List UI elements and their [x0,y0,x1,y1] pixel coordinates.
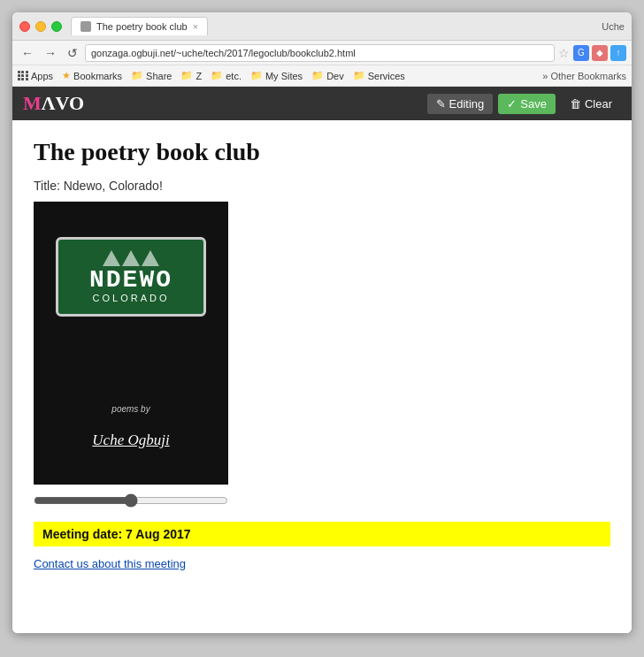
bookmark-item-bookmarks[interactable]: ★ Bookmarks [62,70,122,81]
book-cover: NDEWO COLORADO poems by Uche Ogbuji [34,202,228,485]
license-plate: NDEWO COLORADO [56,237,206,317]
poems-by-label: poems by [111,404,150,414]
other-bookmarks-button[interactable]: » Other Bookmarks [542,71,626,81]
user-label: Uche [602,21,625,32]
title-bar: The poetry book club × Uche [12,12,632,41]
contact-link[interactable]: Contact us about this meeting [34,557,186,570]
browser-window: The poetry book club × Uche ← → ↺ ☆ G ◆ … [12,12,632,633]
maximize-traffic-light[interactable] [51,21,62,32]
other-bookmarks-label: » Other Bookmarks [542,71,626,81]
mountain-2 [122,250,140,266]
tab-title: The poetry book club [96,21,188,32]
editing-button[interactable]: ✎ Editing [427,94,494,114]
tab-close-button[interactable]: × [193,21,198,32]
bookmark-item-share[interactable]: 📁 Share [131,70,172,81]
bookmark-item-z[interactable]: 📁 Z [180,70,202,81]
bookmarks-bar: Apps ★ Bookmarks 📁 Share 📁 Z 📁 etc. 📁 My… [12,65,632,87]
forward-button[interactable]: → [41,44,60,62]
plate-mountains [103,250,159,266]
tab-area: The poetry book club × [71,17,602,35]
folder-icon-etc: 📁 [211,70,223,81]
tab-favicon [80,21,91,32]
mountain-3 [142,250,159,266]
mavo-toolbar: MΛVO ✎ Editing ✓ Save 🗑 Clear [12,87,632,120]
folder-icon-mysites: 📁 [250,70,263,81]
bookmark-label-share: Share [146,71,172,81]
plate-ndewo-text: NDEWO [89,268,172,293]
trash-icon: 🗑 [570,97,581,111]
folder-icon-share: 📁 [131,70,143,81]
mavo-logo-m: M [23,92,42,114]
ext-icon-3[interactable]: ↑ [610,45,626,61]
minimize-traffic-light[interactable] [35,21,46,32]
plate-colorado-text: COLORADO [93,293,170,303]
browser-tab[interactable]: The poetry book club × [71,17,208,35]
apps-bookmark[interactable]: Apps [18,71,53,81]
bookmark-item-dev[interactable]: 📁 Dev [311,70,344,81]
editing-icon: ✎ [436,97,446,111]
author-label: Uche Ogbuji [92,432,169,449]
bookmark-label-dev: Dev [326,71,344,81]
editing-label: Editing [449,97,485,111]
bookmark-label-services: Services [368,71,405,81]
traffic-lights [19,21,62,32]
ext-icon-2[interactable]: ◆ [592,45,608,61]
clear-button[interactable]: 🗑 Clear [561,94,621,114]
folder-icon-services: 📁 [353,70,365,81]
bookmark-label-z: Z [196,71,202,81]
back-button[interactable]: ← [18,44,37,62]
star-icon: ★ [62,70,71,81]
page-content: The poetry book club Title: Ndewo, Color… [12,120,632,633]
mountain-1 [103,250,120,266]
save-label: Save [520,97,547,111]
page-title: The poetry book club [34,138,610,166]
apps-label: Apps [31,71,53,81]
bookmark-item-etc[interactable]: 📁 etc. [211,70,242,81]
meeting-date-bar: Meeting date: 7 Aug 2017 [34,522,610,546]
content-spacer [34,571,610,607]
bookmark-label-etc: etc. [226,71,242,81]
image-slider-container [34,493,228,511]
bookmark-item-services[interactable]: 📁 Services [353,70,405,81]
ext-icon-1[interactable]: G [573,45,589,61]
mavo-logo: MΛVO [23,92,84,115]
bookmark-item-mysites[interactable]: 📁 My Sites [250,70,303,81]
bookmark-label-mysites: My Sites [265,71,303,81]
folder-icon-z: 📁 [180,70,193,81]
folder-icon-dev: 📁 [311,70,324,81]
close-traffic-light[interactable] [19,21,30,32]
mavo-logo-rest: ΛVO [42,92,84,114]
bookmark-label-bookmarks: Bookmarks [73,71,122,81]
image-slider[interactable] [34,493,228,508]
nav-bar: ← → ↺ ☆ G ◆ ↑ [12,41,632,65]
extension-icons: G ◆ ↑ [573,45,626,61]
apps-icon [18,71,28,81]
bookmark-star-button[interactable]: ☆ [558,46,570,60]
save-button[interactable]: ✓ Save [498,94,556,114]
clear-label: Clear [585,97,612,111]
book-title-label: Title: Ndewo, Colorado! [34,179,610,193]
reload-button[interactable]: ↺ [64,44,81,62]
save-checkmark-icon: ✓ [507,97,517,111]
address-bar[interactable] [85,44,555,62]
mavo-actions: ✎ Editing ✓ Save 🗑 Clear [427,94,621,114]
